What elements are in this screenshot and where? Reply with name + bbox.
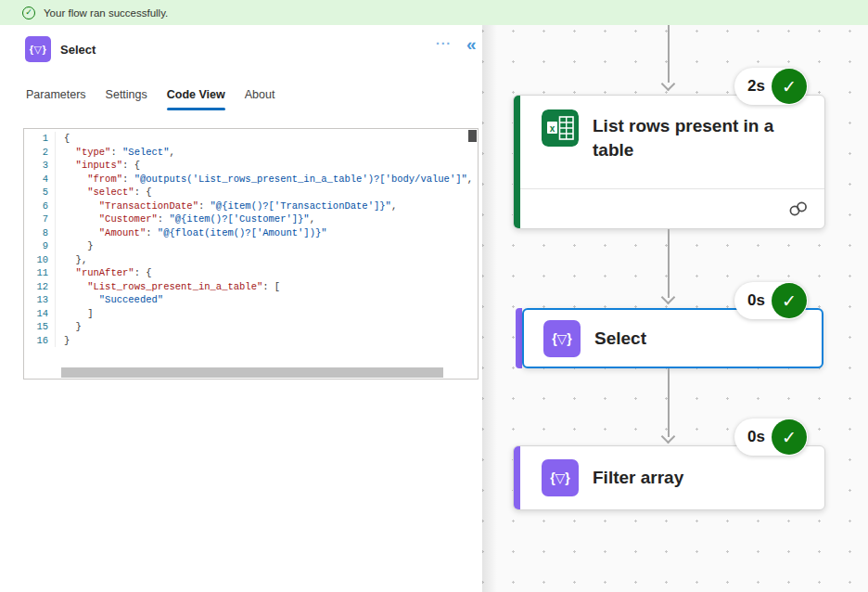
connection-link-icon[interactable]: [787, 200, 810, 217]
connector-arrow-icon: [661, 77, 676, 92]
tab-settings[interactable]: Settings: [106, 88, 147, 109]
success-status-icon: ✓: [772, 419, 807, 455]
svg-text:x: x: [550, 123, 555, 134]
flow-node-list-rows[interactable]: x List rows present in a table: [513, 95, 825, 229]
success-banner: ✓ Your flow ran successfully.: [0, 0, 868, 25]
code-editor[interactable]: 1{2 "type": "Select",3 "inputs": {4 "fro…: [23, 128, 479, 380]
node-color-strip: [516, 308, 522, 368]
tab-about[interactable]: About: [245, 88, 275, 109]
connector-line: [668, 229, 670, 298]
success-status-icon: ✓: [772, 69, 807, 104]
tab-parameters[interactable]: Parameters: [26, 88, 86, 109]
data-operation-icon: {▽}: [542, 459, 579, 496]
node-title: Filter array: [593, 466, 683, 490]
node-color-strip: [514, 96, 520, 228]
badge-duration: 0s: [747, 291, 765, 310]
connector-arrow-icon: [661, 290, 676, 305]
power-automate-window: ✓ Your flow ran successfully. {▽} Select…: [0, 0, 868, 592]
success-banner-text: Your flow ran successfully.: [44, 7, 168, 19]
panel-header: {▽} Select ··· «: [0, 25, 482, 77]
select-action-icon: {▽}: [25, 36, 51, 62]
excel-icon: x: [542, 109, 579, 147]
collapse-panel-icon[interactable]: «: [466, 34, 477, 55]
badge-duration: 0s: [747, 428, 765, 446]
code-lines: 1{2 "type": "Select",3 "inputs": {4 "fro…: [24, 132, 466, 347]
flow-canvas[interactable]: x List rows present in a table: [482, 25, 868, 592]
node-title: List rows present in a table: [593, 114, 813, 188]
node-title: Select: [594, 327, 646, 351]
panel-title: Select: [60, 43, 96, 57]
node-footer: [520, 188, 824, 228]
more-menu-icon[interactable]: ···: [436, 36, 452, 51]
editor-vertical-scrollbar[interactable]: [468, 130, 477, 142]
connector-line: [668, 25, 670, 83]
success-status-icon: ✓: [772, 283, 807, 318]
badge-duration: 2s: [747, 77, 765, 96]
status-badge-filter-array[interactable]: 0s ✓: [734, 418, 808, 456]
action-details-panel: {▽} Select ··· « Parameters Settings Cod…: [0, 25, 482, 592]
editor-horizontal-scrollbar[interactable]: [61, 367, 443, 378]
connector-line: [668, 368, 670, 437]
success-check-icon: ✓: [22, 6, 35, 19]
status-badge-list-rows[interactable]: 2s ✓: [734, 68, 808, 105]
connector-arrow-icon: [661, 430, 676, 444]
panel-tabs: Parameters Settings Code View About: [26, 88, 294, 109]
status-badge-select[interactable]: 0s ✓: [734, 282, 808, 319]
tab-code-view[interactable]: Code View: [167, 88, 225, 109]
data-operation-icon: {▽}: [543, 320, 581, 357]
node-color-strip: [514, 446, 520, 509]
